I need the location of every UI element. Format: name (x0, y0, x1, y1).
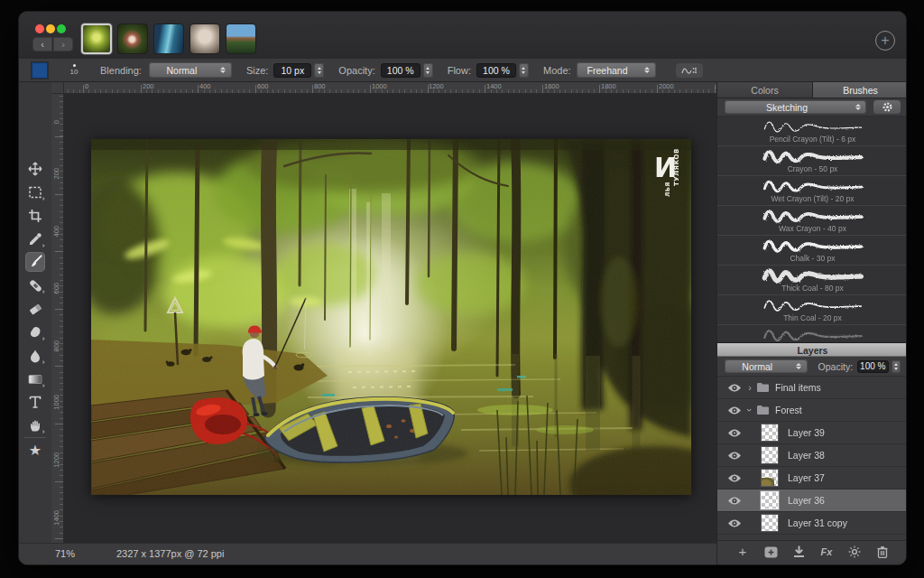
brush-item[interactable]: Wet Crayon (Tilt) - 20 px (717, 176, 907, 206)
tool-heal[interactable] (25, 275, 45, 295)
brush-stroke-preview (734, 296, 892, 315)
size-stepper[interactable] (314, 63, 324, 78)
document-thumbnail-orchid[interactable] (117, 23, 148, 54)
tool-shape-star[interactable]: ★ (25, 441, 45, 461)
canvas-viewport[interactable]: И ТУЛЯКОВ ЛЬЯ (64, 94, 716, 543)
download-arrow-icon (793, 545, 805, 558)
ruler-label: 0 (85, 82, 88, 90)
layer-row-selected[interactable]: Layer 36 (717, 489, 907, 512)
layer-row[interactable]: Layer 38 (717, 444, 907, 467)
merge-down-button[interactable] (790, 545, 807, 559)
brush-item[interactable]: Thick Coal - 80 px (717, 266, 907, 295)
visibility-eye-icon[interactable] (726, 451, 743, 461)
tools-sidebar: ★ (19, 82, 51, 543)
brush-item[interactable]: Crayon - 50 px (717, 146, 907, 176)
tab-colors[interactable]: Colors (717, 82, 813, 98)
brush-label: Thick Coal - 80 px (717, 284, 907, 293)
blending-dropdown[interactable]: Normal (149, 62, 232, 78)
layer-row[interactable]: Layer 31 copy (717, 512, 907, 535)
visibility-eye-icon[interactable] (726, 473, 743, 483)
tool-rectangular-selection[interactable] (25, 182, 45, 202)
brush-item-partial[interactable] (717, 325, 907, 342)
adjustments-button[interactable] (846, 545, 863, 559)
brush-item[interactable]: Pencil Crayon (Tilt) - 6 px (717, 117, 907, 146)
chevron-down-icon[interactable]: › (744, 405, 755, 415)
zoom-level[interactable]: 71% (55, 548, 75, 559)
visibility-eye-icon[interactable] (726, 518, 743, 528)
add-group-button[interactable] (762, 545, 779, 559)
document-thumbnail-cat[interactable] (189, 23, 220, 54)
layer-thumbnail[interactable] (761, 424, 779, 442)
ruler-label: 400 (199, 82, 211, 90)
add-layer-button[interactable]: + (735, 545, 751, 559)
layer-thumbnail[interactable] (761, 446, 779, 464)
zoom-button[interactable] (57, 24, 66, 33)
tool-paint-brush[interactable] (25, 252, 45, 272)
stylus-pressure-button[interactable] (676, 63, 703, 78)
canvas-painting[interactable]: И ТУЛЯКОВ ЛЬЯ (91, 139, 691, 495)
chevron-right-icon[interactable]: › (744, 382, 755, 393)
opacity-input[interactable]: 100 % (381, 63, 420, 78)
layer-effects-button[interactable]: Fx (818, 545, 835, 559)
tab-brushes[interactable]: Brushes (813, 82, 907, 98)
right-panel: Colors Brushes Sketching Pencil Crayon (… (716, 82, 907, 565)
size-input[interactable]: 10 px (273, 63, 311, 78)
flow-input[interactable]: 100 % (476, 63, 516, 78)
layer-blend-dropdown[interactable]: Normal (725, 359, 808, 373)
delete-layer-button[interactable] (874, 545, 891, 559)
layer-name: Layer 31 copy (788, 517, 847, 528)
visibility-eye-icon[interactable] (726, 383, 743, 393)
sun-icon (848, 545, 861, 558)
tool-eraser[interactable] (25, 299, 45, 319)
layer-opacity-stepper[interactable] (892, 360, 901, 373)
brush-stroke-preview (734, 326, 892, 342)
ruler-label: 1200 (429, 82, 444, 90)
tool-hand[interactable] (25, 415, 45, 435)
tool-gradient[interactable] (25, 369, 45, 389)
close-button[interactable] (35, 24, 44, 33)
new-document-button[interactable]: + (875, 31, 895, 51)
layer-thumbnail[interactable] (761, 469, 779, 487)
document-thumbnail-forest[interactable] (81, 23, 112, 54)
brush-category-dropdown[interactable]: Sketching (725, 100, 866, 114)
color-swatch[interactable] (32, 62, 48, 79)
title-bar[interactable]: ‹ › + (19, 12, 906, 60)
brush-settings-button[interactable] (873, 100, 901, 114)
brush-item[interactable]: Wax Crayon - 40 px (717, 206, 907, 236)
mode-dropdown[interactable]: Freehand (577, 62, 656, 78)
brush-item[interactable]: Thin Coal - 20 px (717, 295, 907, 325)
layer-row-forest[interactable]: › Forest (717, 399, 907, 422)
ruler-label: 1400 (52, 510, 60, 526)
forest-painting-artwork: И ТУЛЯКОВ ЛЬЯ (91, 139, 691, 495)
brush-size-preview[interactable]: 10 (64, 64, 84, 76)
visibility-eye-icon[interactable] (726, 406, 743, 415)
tool-smudge[interactable] (25, 322, 45, 342)
brush-dot-icon (73, 64, 76, 67)
document-thumbnail-landscape[interactable] (226, 23, 256, 54)
tool-blur[interactable] (25, 346, 45, 366)
tool-move[interactable] (25, 159, 45, 179)
brush-item[interactable]: Chalk - 30 px (717, 236, 907, 266)
folder-icon (755, 404, 770, 416)
layer-thumbnail[interactable] (761, 491, 779, 509)
tool-eyedropper[interactable] (25, 229, 45, 249)
layer-thumbnail[interactable] (761, 514, 779, 532)
visibility-eye-icon[interactable] (726, 496, 743, 506)
brush-stroke-preview (734, 266, 892, 285)
opacity-stepper[interactable] (423, 63, 433, 78)
layer-row[interactable]: Layer 39 (717, 422, 907, 444)
layer-row-final-items[interactable]: › Final items (717, 377, 907, 399)
brush-category-value: Sketching (725, 102, 849, 113)
layer-opacity-input[interactable]: 100 % (857, 360, 888, 373)
visibility-eye-icon[interactable] (726, 428, 743, 438)
tool-crop[interactable] (25, 206, 45, 226)
forward-button[interactable]: › (53, 37, 73, 51)
minimize-button[interactable] (46, 24, 55, 33)
flow-stepper[interactable] (519, 63, 529, 78)
brush-label: Wet Crayon (Tilt) - 20 px (717, 195, 907, 203)
tool-type[interactable] (25, 392, 45, 412)
add-group-icon (764, 546, 778, 558)
back-button[interactable]: ‹ (32, 37, 52, 51)
document-thumbnail-cave[interactable] (153, 23, 184, 54)
layer-row[interactable]: Layer 37 (717, 467, 907, 489)
